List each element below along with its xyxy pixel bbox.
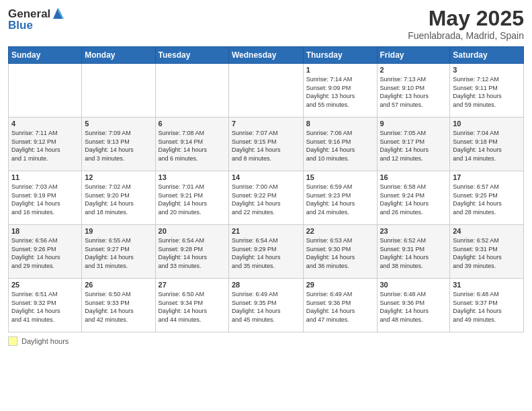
day-info: Sunrise: 6:48 AMSunset: 9:36 PMDaylight:… (380, 290, 447, 324)
day-number: 24 (453, 227, 521, 235)
table-row (9, 64, 82, 118)
day-info: Sunrise: 6:49 AMSunset: 9:36 PMDaylight:… (306, 290, 374, 324)
calendar-week-row: 4Sunrise: 7:11 AMSunset: 9:12 PMDaylight… (9, 118, 524, 171)
day-info: Sunrise: 7:06 AMSunset: 9:16 PMDaylight:… (306, 129, 374, 163)
table-row: 29Sunrise: 6:49 AMSunset: 9:36 PMDayligh… (303, 279, 377, 332)
col-saturday: Saturday (450, 47, 524, 64)
day-number: 25 (11, 281, 79, 289)
table-row: 7Sunrise: 7:07 AMSunset: 9:15 PMDaylight… (229, 118, 304, 171)
day-info: Sunrise: 7:12 AMSunset: 9:11 PMDaylight:… (453, 75, 521, 109)
day-number: 9 (380, 120, 447, 128)
page: General Blue May 2025 Fuenlabrada, Madri… (0, 0, 532, 411)
day-number: 18 (11, 227, 79, 235)
title-block: May 2025 Fuenlabrada, Madrid, Spain (408, 7, 524, 41)
day-number: 22 (306, 227, 374, 235)
table-row: 9Sunrise: 7:05 AMSunset: 9:17 PMDaylight… (377, 118, 450, 171)
table-row: 13Sunrise: 7:01 AMSunset: 9:21 PMDayligh… (155, 171, 228, 225)
table-row: 2Sunrise: 7:13 AMSunset: 9:10 PMDaylight… (377, 64, 450, 118)
table-row: 28Sunrise: 6:49 AMSunset: 9:35 PMDayligh… (229, 279, 304, 332)
month-title: May 2025 (408, 7, 524, 30)
table-row: 19Sunrise: 6:55 AMSunset: 9:27 PMDayligh… (82, 225, 155, 279)
table-row: 22Sunrise: 6:53 AMSunset: 9:30 PMDayligh… (303, 225, 377, 279)
calendar-week-row: 11Sunrise: 7:03 AMSunset: 9:19 PMDayligh… (9, 171, 524, 225)
table-row: 18Sunrise: 6:56 AMSunset: 9:26 PMDayligh… (9, 225, 82, 279)
table-row: 1Sunrise: 7:14 AMSunset: 9:09 PMDaylight… (303, 64, 377, 118)
day-info: Sunrise: 7:01 AMSunset: 9:21 PMDaylight:… (159, 183, 226, 216)
table-row: 6Sunrise: 7:08 AMSunset: 9:14 PMDaylight… (155, 118, 228, 171)
day-number: 16 (380, 173, 447, 181)
day-info: Sunrise: 7:14 AMSunset: 9:09 PMDaylight:… (306, 75, 374, 109)
logo-icon (52, 7, 64, 20)
day-number: 13 (159, 173, 226, 181)
day-info: Sunrise: 6:57 AMSunset: 9:25 PMDaylight:… (453, 183, 521, 216)
table-row: 4Sunrise: 7:11 AMSunset: 9:12 PMDaylight… (9, 118, 82, 171)
day-info: Sunrise: 7:11 AMSunset: 9:12 PMDaylight:… (11, 129, 79, 163)
day-info: Sunrise: 6:52 AMSunset: 9:31 PMDaylight:… (380, 236, 447, 270)
col-wednesday: Wednesday (229, 47, 304, 64)
table-row: 8Sunrise: 7:06 AMSunset: 9:16 PMDaylight… (303, 118, 377, 171)
day-number: 8 (306, 120, 374, 128)
table-row: 16Sunrise: 6:58 AMSunset: 9:24 PMDayligh… (377, 171, 450, 225)
day-info: Sunrise: 7:04 AMSunset: 9:18 PMDaylight:… (453, 129, 521, 163)
day-number: 28 (232, 281, 300, 289)
day-number: 2 (380, 66, 447, 74)
day-number: 5 (85, 120, 152, 128)
day-number: 29 (306, 281, 374, 289)
table-row (82, 64, 155, 118)
location: Fuenlabrada, Madrid, Spain (408, 30, 524, 41)
day-number: 1 (306, 66, 374, 74)
day-info: Sunrise: 7:08 AMSunset: 9:14 PMDaylight:… (159, 129, 226, 163)
day-number: 17 (453, 173, 521, 181)
day-number: 23 (380, 227, 447, 235)
logo-blue-text: Blue (8, 19, 64, 32)
table-row: 24Sunrise: 6:52 AMSunset: 9:31 PMDayligh… (450, 225, 524, 279)
daylight-box (8, 336, 17, 346)
day-info: Sunrise: 7:02 AMSunset: 9:20 PMDaylight:… (85, 183, 152, 216)
calendar-table: Sunday Monday Tuesday Wednesday Thursday… (8, 46, 524, 332)
day-number: 31 (453, 281, 521, 289)
day-info: Sunrise: 6:55 AMSunset: 9:27 PMDaylight:… (85, 236, 152, 270)
day-info: Sunrise: 7:00 AMSunset: 9:22 PMDaylight:… (232, 183, 300, 216)
day-number: 21 (232, 227, 300, 235)
table-row: 12Sunrise: 7:02 AMSunset: 9:20 PMDayligh… (82, 171, 155, 225)
day-number: 14 (232, 173, 300, 181)
table-row: 10Sunrise: 7:04 AMSunset: 9:18 PMDayligh… (450, 118, 524, 171)
day-number: 26 (85, 281, 152, 289)
day-info: Sunrise: 6:50 AMSunset: 9:34 PMDaylight:… (159, 290, 226, 324)
calendar-week-row: 25Sunrise: 6:51 AMSunset: 9:32 PMDayligh… (9, 279, 524, 332)
table-row: 23Sunrise: 6:52 AMSunset: 9:31 PMDayligh… (377, 225, 450, 279)
table-row: 31Sunrise: 6:48 AMSunset: 9:37 PMDayligh… (450, 279, 524, 332)
day-number: 11 (11, 173, 79, 181)
table-row: 14Sunrise: 7:00 AMSunset: 9:22 PMDayligh… (229, 171, 304, 225)
day-info: Sunrise: 6:54 AMSunset: 9:28 PMDaylight:… (159, 236, 226, 270)
col-monday: Monday (82, 47, 155, 64)
calendar-week-row: 18Sunrise: 6:56 AMSunset: 9:26 PMDayligh… (9, 225, 524, 279)
day-number: 12 (85, 173, 152, 181)
table-row: 15Sunrise: 6:59 AMSunset: 9:23 PMDayligh… (303, 171, 377, 225)
footer: Daylight hours (8, 336, 524, 346)
day-info: Sunrise: 7:05 AMSunset: 9:17 PMDaylight:… (380, 129, 447, 163)
header: General Blue May 2025 Fuenlabrada, Madri… (8, 7, 524, 41)
daylight-label: Daylight hours (21, 337, 69, 345)
day-number: 6 (159, 120, 226, 128)
col-friday: Friday (377, 47, 450, 64)
day-info: Sunrise: 7:07 AMSunset: 9:15 PMDaylight:… (232, 129, 300, 163)
table-row: 17Sunrise: 6:57 AMSunset: 9:25 PMDayligh… (450, 171, 524, 225)
day-info: Sunrise: 6:56 AMSunset: 9:26 PMDaylight:… (11, 236, 79, 270)
calendar-week-row: 1Sunrise: 7:14 AMSunset: 9:09 PMDaylight… (9, 64, 524, 118)
day-info: Sunrise: 7:09 AMSunset: 9:13 PMDaylight:… (85, 129, 152, 163)
day-info: Sunrise: 6:48 AMSunset: 9:37 PMDaylight:… (453, 290, 521, 324)
day-number: 20 (159, 227, 226, 235)
table-row: 25Sunrise: 6:51 AMSunset: 9:32 PMDayligh… (9, 279, 82, 332)
day-info: Sunrise: 6:59 AMSunset: 9:23 PMDaylight:… (306, 183, 374, 216)
day-number: 7 (232, 120, 300, 128)
day-info: Sunrise: 7:03 AMSunset: 9:19 PMDaylight:… (11, 183, 79, 216)
day-number: 30 (380, 281, 447, 289)
day-info: Sunrise: 6:49 AMSunset: 9:35 PMDaylight:… (232, 290, 300, 324)
day-number: 4 (11, 120, 79, 128)
table-row: 26Sunrise: 6:50 AMSunset: 9:33 PMDayligh… (82, 279, 155, 332)
col-tuesday: Tuesday (155, 47, 228, 64)
day-info: Sunrise: 6:51 AMSunset: 9:32 PMDaylight:… (11, 290, 79, 324)
col-thursday: Thursday (303, 47, 377, 64)
day-info: Sunrise: 6:54 AMSunset: 9:29 PMDaylight:… (232, 236, 300, 270)
